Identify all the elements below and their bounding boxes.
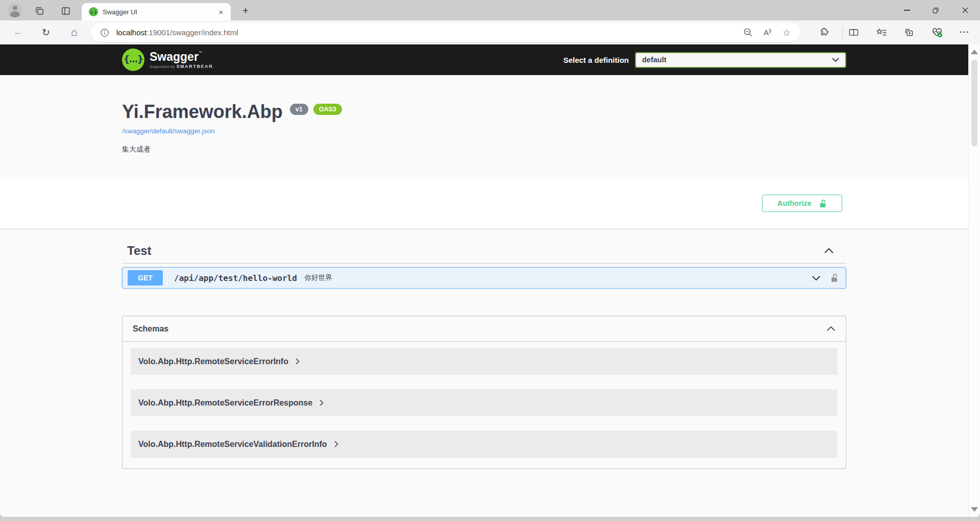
restore-icon xyxy=(932,6,940,14)
favorite-star-icon[interactable]: ☆ xyxy=(781,27,792,38)
split-screen-icon[interactable] xyxy=(846,25,861,39)
swagger-logo: {…} Swagger™ Supported bySMARTBEAR xyxy=(122,49,213,71)
schemas-section: Schemas Volo.Abp.Http.RemoteServiceError… xyxy=(122,316,846,469)
logo-subtitle: Supported bySMARTBEAR xyxy=(150,64,213,69)
window-minimize-button[interactable] xyxy=(896,2,918,19)
chevron-down-icon xyxy=(832,58,839,62)
authorize-button[interactable]: Authorize xyxy=(762,195,842,212)
tab-strip: {…} Swagger UI × + xyxy=(0,0,980,20)
home-button[interactable]: ⌂ xyxy=(66,25,82,40)
operation-path: /api/app/test/hello-world xyxy=(174,273,297,283)
chevron-right-icon xyxy=(296,358,300,365)
profile-avatar-icon[interactable] xyxy=(8,3,22,17)
url-path: :19001/swagger/index.html xyxy=(146,28,238,37)
unlocked-padlock-icon xyxy=(819,199,827,208)
tag-header-test[interactable]: Test xyxy=(122,243,846,264)
scroll-up-arrow-icon[interactable] xyxy=(971,50,978,54)
browser-essentials-icon[interactable] xyxy=(930,25,944,39)
method-badge: GET xyxy=(128,270,163,286)
swagger-logo-icon: {…} xyxy=(122,49,144,71)
tag-name: Test xyxy=(127,243,152,259)
scrollbar-thumb[interactable] xyxy=(971,60,977,147)
trademark: ™ xyxy=(199,51,202,54)
browser-tab[interactable]: {…} Swagger UI × xyxy=(82,3,231,20)
read-aloud-icon[interactable]: A)) xyxy=(762,27,773,38)
definition-select[interactable]: default xyxy=(635,52,846,68)
api-info-section: Yi.Framework.Abp v1 OAS3 /swagger/defaul… xyxy=(0,75,968,179)
close-icon xyxy=(962,7,969,14)
tab-title: Swagger UI xyxy=(103,8,215,16)
operation-get-hello-world[interactable]: GET /api/app/test/hello-world 你好世界 xyxy=(122,267,846,289)
scroll-down-arrow-icon[interactable] xyxy=(971,507,978,512)
url-host: localhost xyxy=(116,28,146,37)
chevron-up-icon xyxy=(824,248,834,254)
model-row-remote-service-error-info[interactable]: Volo.Abp.Http.RemoteServiceErrorInfo xyxy=(131,348,838,375)
schemas-title: Schemas xyxy=(133,324,168,334)
api-title: Yi.Framework.Abp xyxy=(122,101,283,123)
favorites-bar-icon[interactable] xyxy=(874,25,889,39)
url-text[interactable]: localhost:19001/swagger/index.html xyxy=(116,28,238,37)
version-badge: v1 xyxy=(290,104,308,115)
back-button[interactable]: ← xyxy=(10,25,26,40)
browser-window: {…} Swagger UI × + ← ↻ ⌂ xyxy=(0,0,980,521)
window-restore-button[interactable] xyxy=(924,2,947,19)
minimize-icon xyxy=(904,10,910,11)
chevron-up-icon[interactable] xyxy=(826,326,836,331)
swagger-topbar: {…} Swagger™ Supported bySMARTBEAR xyxy=(0,44,968,75)
collections-icon[interactable] xyxy=(901,25,916,39)
swagger-page: {…} Swagger™ Supported bySMARTBEAR xyxy=(0,44,968,517)
auth-lock-icon[interactable] xyxy=(830,273,839,283)
schemas-header[interactable]: Schemas xyxy=(122,316,846,342)
model-row-remote-service-error-response[interactable]: Volo.Abp.Http.RemoteServiceErrorResponse xyxy=(131,389,838,416)
model-row-remote-service-validation-error-info[interactable]: Volo.Abp.Http.RemoteServiceValidationErr… xyxy=(131,431,838,458)
toolbar-divider xyxy=(842,27,843,38)
settings-more-icon[interactable]: ··· xyxy=(958,25,972,39)
vertical-scrollbar[interactable] xyxy=(968,44,980,517)
address-bar[interactable]: localhost:19001/swagger/index.html A)) ☆ xyxy=(91,23,800,42)
tab-close-icon[interactable]: × xyxy=(215,6,227,17)
site-info-icon[interactable] xyxy=(100,28,109,37)
scheme-container: Authorize xyxy=(0,179,968,228)
chevron-right-icon xyxy=(334,441,338,447)
oas3-badge: OAS3 xyxy=(313,104,342,115)
page-viewport: {…} Swagger™ Supported bySMARTBEAR xyxy=(0,44,980,517)
extensions-icon[interactable] xyxy=(816,25,830,39)
tab-actions-icon[interactable] xyxy=(59,4,72,17)
refresh-button[interactable]: ↻ xyxy=(38,25,54,40)
tab-favicon-swagger-icon: {…} xyxy=(89,7,98,16)
select-definition-label: Select a definition xyxy=(564,56,629,64)
spec-json-link[interactable]: /swagger/default/swagger.json xyxy=(122,127,846,135)
new-tab-button[interactable]: + xyxy=(239,5,252,17)
tag-collapse-button[interactable] xyxy=(817,248,841,254)
logo-wordmark: Swagger xyxy=(150,50,199,63)
definition-select-value: default xyxy=(642,56,832,64)
workspaces-icon[interactable] xyxy=(33,4,46,17)
operation-summary: 你好世界 xyxy=(305,273,332,282)
api-description: 集大成者 xyxy=(122,145,846,154)
window-close-button[interactable] xyxy=(954,2,976,19)
smartbear-wordmark: SMARTBEAR xyxy=(176,64,213,69)
chevron-right-icon xyxy=(320,399,324,406)
operations-section: Test GET /api/app/test/hello-world 你好世界 xyxy=(122,243,846,469)
chevron-down-icon[interactable] xyxy=(812,275,821,281)
zoom-out-icon[interactable] xyxy=(742,27,753,38)
